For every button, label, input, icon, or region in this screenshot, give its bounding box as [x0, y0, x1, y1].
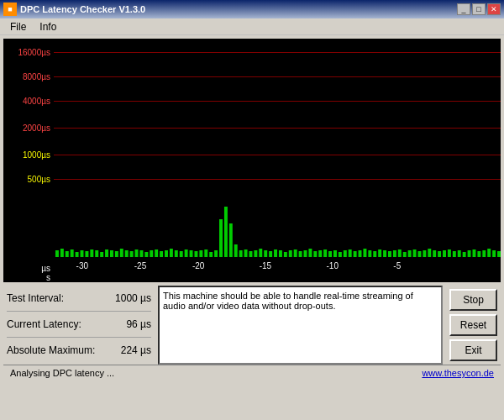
y-label-500: 500µs	[28, 174, 50, 183]
y-label-4000: 4000µs	[23, 97, 50, 106]
svg-rect-63	[368, 250, 371, 257]
svg-rect-79	[448, 249, 451, 257]
svg-rect-47	[289, 250, 292, 257]
svg-rect-42	[264, 250, 267, 257]
svg-rect-66	[383, 250, 386, 257]
svg-rect-23	[170, 249, 173, 257]
svg-rect-46	[284, 252, 287, 257]
svg-rect-26	[185, 249, 188, 257]
svg-rect-34	[224, 207, 228, 257]
svg-rect-43	[269, 251, 272, 257]
svg-rect-54	[323, 249, 327, 257]
svg-rect-6	[85, 251, 88, 257]
svg-rect-1	[60, 249, 64, 257]
y-axis: 16000µs 8000µs 4000µs 2000µs 1000µs 500µ…	[3, 39, 54, 261]
svg-rect-9	[100, 252, 103, 257]
x-label-20: -20	[192, 261, 204, 270]
title-text: DPC Latency Checker V1.3.0	[20, 4, 145, 14]
svg-rect-60	[354, 251, 357, 257]
current-latency-row: Current Latency: 96 µs	[3, 315, 155, 333]
svg-rect-3	[71, 249, 74, 257]
svg-rect-53	[318, 250, 322, 257]
svg-rect-55	[328, 251, 332, 257]
x-label-10: -10	[327, 261, 339, 270]
svg-rect-11	[110, 250, 113, 257]
svg-rect-71	[408, 250, 412, 257]
svg-rect-32	[214, 250, 218, 257]
svg-rect-30	[204, 249, 207, 257]
chart-inner	[54, 39, 501, 261]
svg-rect-7	[90, 249, 93, 257]
website-link[interactable]: www.thesycon.de	[422, 368, 494, 378]
svg-rect-57	[339, 252, 342, 257]
svg-rect-18	[144, 252, 148, 257]
svg-rect-87	[487, 249, 491, 257]
y-label-1000: 1000µs	[23, 150, 50, 159]
svg-rect-64	[373, 251, 376, 257]
svg-rect-17	[139, 250, 143, 257]
test-interval-row: Test Interval: 1000 µs	[3, 289, 155, 307]
svg-rect-69	[398, 249, 402, 257]
svg-rect-4	[76, 252, 79, 257]
svg-rect-70	[403, 252, 407, 257]
message-box: This machine should be able to handle re…	[158, 286, 443, 365]
absolute-max-row: Absolute Maximum: 224 µs	[3, 341, 155, 360]
svg-rect-88	[492, 250, 496, 257]
svg-rect-75	[428, 249, 431, 257]
svg-rect-15	[130, 251, 134, 257]
svg-rect-49	[299, 251, 302, 257]
svg-rect-74	[423, 250, 426, 257]
svg-rect-41	[259, 249, 262, 257]
close-button[interactable]: ✕	[487, 3, 501, 15]
svg-rect-72	[413, 249, 417, 257]
svg-rect-56	[333, 250, 337, 257]
svg-rect-61	[359, 250, 362, 257]
svg-rect-48	[294, 249, 297, 257]
minimize-button[interactable]: _	[457, 3, 470, 15]
svg-rect-59	[349, 249, 352, 257]
svg-rect-65	[378, 249, 381, 257]
svg-rect-85	[477, 251, 480, 257]
menu-file[interactable]: File	[3, 19, 33, 34]
svg-rect-58	[344, 250, 347, 257]
svg-rect-5	[81, 250, 84, 257]
y-label-2000: 2000µs	[23, 123, 50, 133]
title-bar: ■ DPC Latency Checker V1.3.0 _ □ ✕	[0, 0, 504, 18]
menu-bar: File Info	[0, 18, 504, 35]
svg-rect-12	[115, 251, 118, 257]
y-label-8000: 8000µs	[23, 72, 50, 81]
reset-button[interactable]: Reset	[449, 314, 497, 336]
svg-rect-38	[244, 249, 248, 257]
svg-rect-67	[388, 251, 391, 257]
svg-rect-14	[125, 250, 129, 257]
exit-button[interactable]: Exit	[449, 339, 497, 361]
svg-rect-16	[135, 249, 139, 257]
bar-chart-svg	[54, 39, 501, 261]
svg-rect-31	[209, 252, 213, 257]
absolute-max-label: Absolute Maximum:	[7, 344, 95, 356]
svg-rect-25	[180, 251, 183, 257]
stop-button[interactable]: Stop	[449, 289, 497, 311]
menu-info[interactable]: Info	[33, 19, 63, 34]
current-latency-label: Current Latency:	[7, 318, 81, 330]
test-interval-label: Test Interval:	[7, 292, 64, 304]
svg-rect-84	[473, 249, 476, 257]
svg-rect-24	[175, 250, 178, 257]
svg-rect-33	[219, 219, 223, 257]
svg-rect-29	[199, 250, 202, 257]
x-label-25: -25	[134, 261, 146, 270]
svg-rect-76	[433, 250, 436, 257]
x-label-15: -15	[260, 261, 271, 270]
maximize-button[interactable]: □	[472, 3, 486, 15]
message-text: This machine should be able to handle re…	[163, 291, 413, 311]
svg-rect-20	[155, 249, 158, 257]
svg-rect-52	[313, 251, 317, 257]
svg-rect-78	[443, 250, 446, 257]
y-label-16000: 16000µs	[18, 47, 50, 56]
svg-rect-36	[234, 244, 238, 257]
svg-rect-0	[55, 250, 59, 257]
buttons-panel: Stop Reset Exit	[446, 286, 501, 365]
svg-rect-19	[150, 250, 153, 257]
svg-rect-40	[254, 250, 257, 257]
x-axis: -30 -25 -20 -15 -10 -5	[54, 261, 501, 282]
